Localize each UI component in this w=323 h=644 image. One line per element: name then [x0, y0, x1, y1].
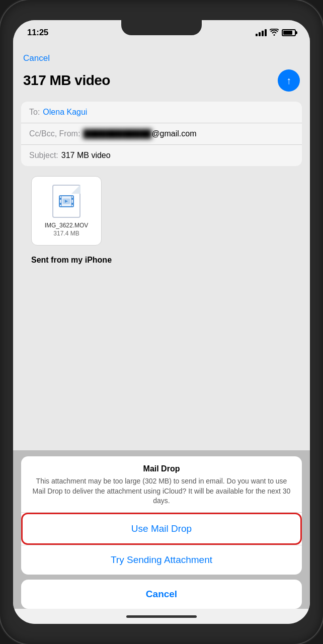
mail-compose-title: 317 MB video — [23, 72, 110, 89]
svg-rect-1 — [59, 198, 61, 200]
attachment-filename: IMG_3622.MOV — [45, 222, 89, 229]
try-sending-button[interactable]: Try Sending Attachment — [21, 545, 302, 575]
cancel-action-button[interactable]: Cancel — [21, 580, 302, 609]
cc-field[interactable]: Cc/Bcc, From: ████████████ @gmail.com — [21, 123, 302, 145]
to-field[interactable]: To: Olena Kagui — [21, 102, 302, 123]
subject-value: 317 MB video — [61, 151, 111, 160]
cc-label: Cc/Bcc, From: — [29, 129, 80, 138]
cancel-compose-button[interactable]: Cancel — [23, 53, 50, 63]
battery-fill — [283, 31, 292, 35]
send-button[interactable]: ↑ — [278, 69, 300, 92]
svg-rect-2 — [59, 203, 61, 205]
action-sheet-overlay: Mail Drop This attachment may be too lar… — [13, 450, 310, 609]
battery-icon — [282, 29, 296, 36]
to-label: To: — [29, 108, 40, 117]
mail-header: Cancel 317 MB video ↑ — [13, 45, 310, 102]
screen: 11:25 — [13, 20, 310, 624]
cc-blurred-value: ████████████ — [83, 129, 151, 138]
mail-fields: To: Olena Kagui Cc/Bcc, From: ██████████… — [21, 102, 302, 166]
signal-icon — [256, 29, 267, 36]
attachment-area: IMG_3622.MOV 317.4 MB — [21, 170, 302, 252]
to-value: Olena Kagui — [43, 108, 87, 117]
file-icon-body — [52, 185, 80, 218]
mail-body: To: Olena Kagui Cc/Bcc, From: ██████████… — [13, 102, 310, 450]
subject-field[interactable]: Subject: 317 MB video — [21, 145, 302, 166]
send-arrow-icon: ↑ — [286, 75, 291, 86]
action-sheet-title: Mail Drop — [31, 464, 292, 473]
use-mail-drop-button[interactable]: Use Mail Drop — [24, 516, 299, 542]
attachment-thumbnail[interactable]: IMG_3622.MOV 317.4 MB — [31, 176, 102, 246]
mail-title-row: 317 MB video ↑ — [23, 69, 300, 92]
action-sheet-description: This attachment may be too large (302 MB… — [31, 476, 292, 506]
action-sheet-main: Mail Drop This attachment may be too lar… — [21, 456, 302, 575]
phone-frame: 11:25 — [0, 0, 323, 644]
action-sheet-cancel: Cancel — [21, 580, 302, 609]
svg-rect-4 — [71, 203, 73, 205]
subject-label: Subject: — [29, 151, 58, 160]
use-mail-drop-highlight: Use Mail Drop — [21, 513, 302, 545]
email-signature: Sent from my iPhone — [21, 252, 302, 273]
film-icon — [59, 195, 74, 207]
file-icon-fold — [71, 185, 80, 194]
mail-compose-area: Cancel 317 MB video ↑ To: Olena Kagui Cc… — [13, 45, 310, 609]
home-bar — [126, 615, 197, 618]
action-sheet-title-section: Mail Drop This attachment may be too lar… — [21, 456, 302, 513]
notch — [121, 20, 202, 35]
status-time: 11:25 — [27, 28, 48, 38]
svg-rect-3 — [71, 198, 73, 200]
status-icons — [256, 29, 296, 37]
cc-email-domain: @gmail.com — [151, 129, 196, 138]
attachment-size: 317.4 MB — [53, 230, 79, 237]
wifi-icon — [270, 29, 279, 37]
home-indicator — [13, 609, 310, 624]
file-icon — [52, 185, 80, 218]
